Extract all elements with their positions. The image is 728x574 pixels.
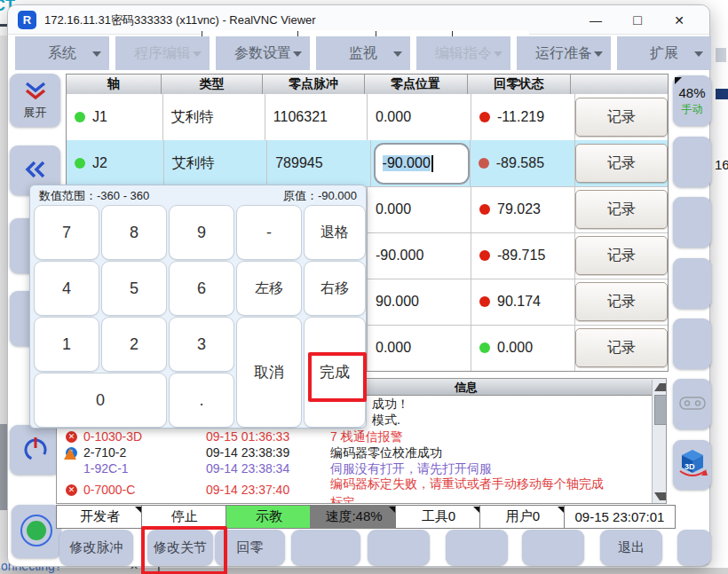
table-row-selected[interactable]: J2 艾利特 789945 -90.000 -89.585 记录 xyxy=(67,140,668,187)
menu-edit-instruction: 编辑指令 xyxy=(416,36,510,70)
log-message: 编码器零位校准成功 xyxy=(330,445,442,461)
key-cancel[interactable]: 取消 xyxy=(236,317,302,428)
speed-value: 48% xyxy=(678,85,705,100)
table-row[interactable]: J1 艾利特 1106321 0.000 -11.219 记录 xyxy=(67,94,668,141)
key-move-left[interactable]: 左移 xyxy=(236,261,302,316)
col-header-zero-pulse: 零点脉冲 xyxy=(263,75,364,94)
zero-position-cell[interactable]: 0.000 xyxy=(368,325,471,371)
menu-extension[interactable]: 扩展 xyxy=(617,36,711,70)
key-5[interactable]: 5 xyxy=(101,261,167,316)
zero-position-cell[interactable]: 0.000 xyxy=(368,186,471,233)
annotation-box-confirm xyxy=(308,352,367,402)
key-7[interactable]: 7 xyxy=(34,205,99,260)
status-label: 开发者 xyxy=(80,508,120,525)
home-status-cell: 90.174 xyxy=(471,279,575,326)
exit-button[interactable]: 退出 xyxy=(600,530,662,565)
table-header-row: 轴 类型 零点脉冲 零点位置 回零状态 xyxy=(67,75,668,94)
side-empty-button[interactable] xyxy=(673,318,711,369)
background-navy-fragment xyxy=(716,89,728,99)
key-backspace[interactable]: 退格 xyxy=(304,205,366,260)
chevron-down-icon xyxy=(193,51,202,57)
menu-parameter-settings[interactable]: 参数设置 xyxy=(216,36,310,70)
home-status-dot xyxy=(479,296,490,307)
key-dot[interactable]: . xyxy=(169,373,234,428)
menu-label: 编辑指令 xyxy=(435,44,492,63)
log-message-wrap: 标定 xyxy=(330,495,355,504)
minimize-button[interactable]: — xyxy=(581,5,611,35)
action-cell: 记录 xyxy=(575,186,668,233)
zero-position-cell[interactable]: 0.000 xyxy=(368,94,471,141)
background-scrollbar-fragment xyxy=(0,424,7,510)
status-label: 09-15 23:07:01 xyxy=(575,509,665,524)
key-2[interactable]: 2 xyxy=(101,317,167,372)
gamepad-icon xyxy=(677,392,708,416)
power-button[interactable] xyxy=(10,425,60,475)
bottom-empty-button[interactable] xyxy=(368,530,430,565)
key-6[interactable]: 6 xyxy=(169,261,234,316)
chevron-down-icon xyxy=(694,51,703,57)
zero-position-input[interactable]: -90.000 xyxy=(374,143,470,185)
status-user-level[interactable]: 开发者 xyxy=(56,505,144,529)
log-time: 09-15 01:36:33 xyxy=(206,429,289,444)
zero-position-cell[interactable]: 90.000 xyxy=(368,279,471,326)
log-message: 编码器标定失败，请重试或者手动移动每个轴完成 xyxy=(330,476,604,492)
record-button[interactable]: 记录 xyxy=(575,190,668,229)
zero-position-cell[interactable]: -90.000 xyxy=(368,232,471,279)
home-status-cell: -89.585 xyxy=(471,140,575,187)
home-status-dot xyxy=(479,112,490,122)
record-button[interactable]: 记录 xyxy=(575,328,668,367)
maximize-button[interactable]: □ xyxy=(622,5,653,35)
record-button[interactable]: 记录 xyxy=(575,144,668,183)
double-chevron-left-icon xyxy=(24,160,47,182)
info-scrollbar[interactable] xyxy=(652,380,667,504)
log-line-fragment[interactable]: 模式. xyxy=(372,413,400,429)
scroll-up-icon[interactable] xyxy=(654,383,667,391)
expand-button[interactable]: 展开 xyxy=(10,74,60,127)
cube-3d-icon: 3D xyxy=(677,449,708,482)
menu-system[interactable]: 系统 xyxy=(15,36,109,70)
svg-text:3D: 3D xyxy=(684,462,695,471)
menu-run-prepare[interactable]: 运行准备 xyxy=(517,36,611,70)
key-3[interactable]: 3 xyxy=(169,317,234,372)
axis-cell: J2 xyxy=(67,140,164,187)
home-status-dot xyxy=(479,158,489,169)
bottom-empty-button[interactable] xyxy=(291,530,360,565)
scroll-down-icon[interactable] xyxy=(654,492,667,500)
status-speed[interactable]: 速度:48% xyxy=(310,505,398,529)
error-icon: ✕ xyxy=(66,431,77,443)
speed-mode-button[interactable]: 48% 手动 xyxy=(673,75,711,126)
side-empty-button[interactable] xyxy=(673,197,711,248)
side-empty-button[interactable] xyxy=(673,258,711,309)
key-8[interactable]: 8 xyxy=(101,205,167,260)
key-4[interactable]: 4 xyxy=(34,261,99,316)
scrollbar-thumb[interactable] xyxy=(654,395,667,425)
bottom-empty-button[interactable] xyxy=(522,530,584,565)
error-icon: ✕ xyxy=(66,484,77,496)
key-9[interactable]: 9 xyxy=(169,205,234,260)
action-cell: 记录 xyxy=(575,325,668,371)
view-3d-button[interactable]: 3D xyxy=(673,440,711,490)
enable-indicator-button[interactable] xyxy=(12,505,61,558)
bottom-empty-button[interactable] xyxy=(446,530,508,565)
side-empty-button[interactable] xyxy=(673,137,711,187)
record-button[interactable]: 记录 xyxy=(575,282,668,321)
key-move-right[interactable]: 右移 xyxy=(304,261,366,316)
key-minus[interactable]: - xyxy=(236,205,302,260)
modify-pulse-button[interactable]: 修改脉冲 xyxy=(59,530,133,565)
side-bottom-empty-button[interactable] xyxy=(677,530,711,565)
joystick-button[interactable] xyxy=(673,379,711,429)
col-header-action xyxy=(571,75,668,94)
key-1[interactable]: 1 xyxy=(34,317,99,372)
green-circle-icon xyxy=(18,512,55,552)
log-line-fragment[interactable]: 成功！ xyxy=(372,397,409,413)
record-button[interactable]: 记录 xyxy=(575,236,668,275)
record-button[interactable]: 记录 xyxy=(575,98,668,137)
action-cell: 记录 xyxy=(575,232,668,279)
close-button[interactable]: ✕ xyxy=(664,5,694,35)
key-0[interactable]: 0 xyxy=(34,373,167,428)
status-user-frame[interactable]: 用户0 xyxy=(479,505,566,529)
menu-label: 参数设置 xyxy=(234,44,291,63)
status-tool[interactable]: 工具0 xyxy=(395,505,482,529)
action-cell: 记录 xyxy=(575,140,668,187)
menu-monitor[interactable]: 监视 xyxy=(316,36,410,70)
